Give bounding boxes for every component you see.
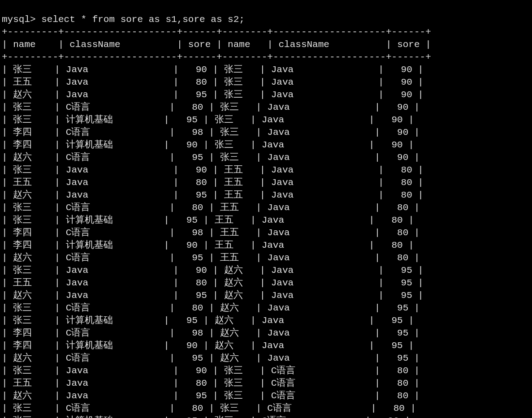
- table-header: | name | className | sore | name | class…: [2, 39, 431, 50]
- table-border-top: +---------+--------------------+------+-…: [2, 27, 431, 37]
- terminal-window[interactable]: mysql> select * from sore as s1,sore as …: [0, 13, 532, 418]
- table-border-mid: +---------+--------------------+------+-…: [2, 52, 431, 62]
- prompt-line: mysql> select * from sore as s1,sore as …: [2, 14, 245, 25]
- table-body: | 张三 | Java | 90 | 张三 | Java | 90 | | 王五…: [2, 65, 424, 418]
